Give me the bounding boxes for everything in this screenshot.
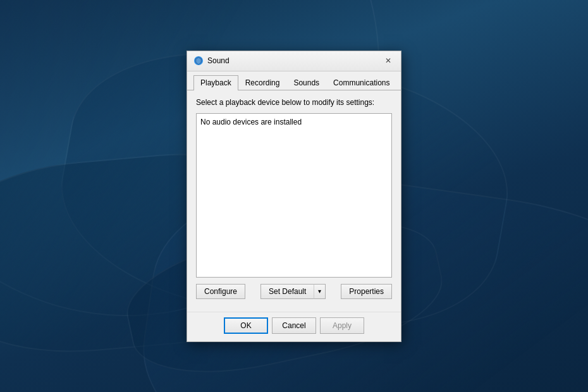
sound-dialog: 🛡 Sound ✕ Playback Recording Sounds Comm… <box>187 51 401 342</box>
close-button[interactable]: ✕ <box>382 54 395 67</box>
dialog-titlebar: 🛡 Sound ✕ <box>187 51 401 71</box>
set-default-group: Set Default ▾ <box>260 284 326 299</box>
tab-sounds[interactable]: Sounds <box>286 75 326 90</box>
dialog-content: Select a playback device below to modify… <box>187 90 401 312</box>
device-list: No audio devices are installed <box>196 113 392 278</box>
tab-communications[interactable]: Communications <box>326 75 396 90</box>
action-buttons-row: Configure Set Default ▾ Properties <box>196 284 392 299</box>
apply-button[interactable]: Apply <box>320 317 364 334</box>
configure-button[interactable]: Configure <box>196 284 245 299</box>
tab-playback[interactable]: Playback <box>193 75 238 90</box>
confirm-buttons-row: OK Cancel Apply <box>187 312 401 341</box>
set-default-dropdown-button[interactable]: ▾ <box>314 284 326 299</box>
ok-button[interactable]: OK <box>224 317 268 334</box>
tab-recording[interactable]: Recording <box>238 75 287 90</box>
instruction-text: Select a playback device below to modify… <box>196 98 392 107</box>
properties-button[interactable]: Properties <box>341 284 392 299</box>
dialog-title: Sound <box>207 56 378 65</box>
cancel-button[interactable]: Cancel <box>272 317 316 334</box>
tab-bar: Playback Recording Sounds Communications <box>187 71 401 90</box>
sound-icon: 🛡 <box>193 56 204 66</box>
no-devices-label: No audio devices are installed <box>200 118 302 126</box>
set-default-button[interactable]: Set Default <box>260 284 314 299</box>
